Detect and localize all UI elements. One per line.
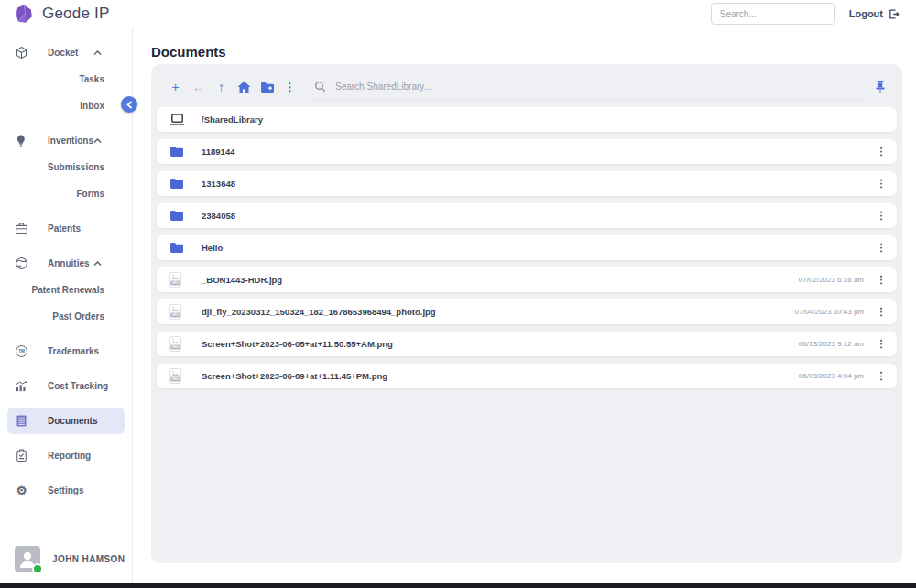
sidebar-item-docket[interactable]: Docket: [0, 39, 132, 66]
sidebar-item-label: Annuities: [48, 258, 90, 268]
file-toolbar: + ← ↑ ⋮: [157, 73, 897, 101]
item-name: Screen+Shot+2023-06-05+at+11.50.55+AM.pn…: [202, 339, 393, 349]
sidebar-item-inbox[interactable]: Inbox: [0, 93, 132, 119]
row-more-button[interactable]: ⋮: [875, 370, 888, 382]
svg-text:TM: TM: [18, 349, 25, 354]
list-item-file[interactable]: JPG _BON1443-HDR.jpg 07/02/2023 6:16 am …: [157, 267, 897, 292]
chevron-up-icon[interactable]: [93, 138, 102, 144]
file-list: /SharedLibrary 1189144 ⋮ 1313648 ⋮: [157, 107, 897, 388]
list-item-file[interactable]: JPG dji_fly_20230312_150324_182_16786539…: [157, 299, 897, 324]
collapse-sidebar-button[interactable]: [121, 96, 137, 113]
row-more-button[interactable]: ⋮: [875, 338, 888, 350]
sidebar-item-label: Patents: [48, 223, 81, 234]
modified-timestamp: 06/09/2023 4:04 pm: [799, 372, 864, 380]
gear-icon: ⚙: [14, 485, 29, 496]
library-search: [314, 74, 862, 101]
back-button[interactable]: ←: [187, 80, 210, 94]
modified-timestamp: 06/13/2023 9:12 am: [799, 340, 864, 348]
logout-icon: [888, 8, 900, 20]
sidebar-item-documents[interactable]: Documents: [7, 408, 125, 434]
list-item-folder[interactable]: Hello ⋮: [157, 235, 897, 260]
list-item-folder[interactable]: 1313648 ⋮: [157, 171, 897, 196]
row-more-button[interactable]: ⋮: [875, 178, 888, 190]
top-bar: Geode IP Logout: [0, 0, 916, 27]
sidebar-item-reporting[interactable]: Reporting: [0, 442, 132, 469]
logout-button[interactable]: Logout: [849, 8, 900, 20]
sidebar-item-settings[interactable]: ⚙ Settings: [0, 477, 132, 504]
file-browser-panel: + ← ↑ ⋮: [151, 64, 902, 563]
up-directory-button[interactable]: ↑: [210, 80, 233, 94]
globe-icon: [14, 256, 29, 270]
documents-icon: [14, 414, 29, 428]
chevron-up-icon[interactable]: [93, 50, 102, 56]
window-bottom-edge: [0, 583, 916, 588]
sidebar-item-tasks[interactable]: Tasks: [0, 66, 132, 93]
sidebar-item-cost-tracking[interactable]: Cost Tracking: [0, 373, 132, 399]
sidebar-item-label: Inventions: [48, 136, 93, 146]
sidebar-item-patent-renewals[interactable]: Patent Renewals: [0, 277, 132, 303]
folder-icon: [169, 146, 188, 158]
row-more-button[interactable]: ⋮: [875, 306, 888, 318]
list-item-file[interactable]: PNG Screen+Shot+2023-06-09+at+1.11.45+PM…: [157, 364, 897, 388]
logout-label: Logout: [849, 8, 883, 19]
row-more-button[interactable]: ⋮: [875, 242, 888, 254]
pin-button[interactable]: [875, 81, 886, 94]
folder-icon: [169, 242, 188, 254]
lightbulb-icon: [14, 134, 29, 147]
chevron-up-icon[interactable]: [93, 261, 102, 267]
sidebar-item-past-orders[interactable]: Past Orders: [0, 303, 132, 330]
sidebar-item-label: Cost Tracking: [48, 381, 108, 391]
geode-logo-icon: [14, 4, 34, 24]
new-folder-icon: [260, 82, 275, 93]
library-search-input[interactable]: [333, 81, 862, 93]
sidebar-item-label: Settings: [48, 485, 83, 495]
new-folder-button[interactable]: [256, 82, 278, 93]
pin-icon: [875, 81, 886, 94]
page-title: Documents: [151, 44, 226, 60]
list-item-shared-library[interactable]: /SharedLibrary: [157, 107, 897, 132]
briefcase-icon: [14, 222, 29, 235]
add-file-button[interactable]: +: [164, 80, 187, 94]
chevron-left-icon: [126, 101, 133, 109]
image-file-icon: JPG: [169, 272, 188, 288]
sidebar: Docket Tasks Inbox Inventions Submission…: [0, 27, 133, 583]
sidebar-item-submissions[interactable]: Submissions: [0, 154, 132, 180]
app-name: Geode IP: [42, 5, 109, 23]
item-name: Screen+Shot+2023-06-09+at+1.11.45+PM.png: [202, 371, 387, 381]
list-item-file[interactable]: PNG Screen+Shot+2023-06-05+at+11.50.55+A…: [157, 332, 897, 356]
sidebar-item-annuities[interactable]: Annuities: [0, 250, 132, 277]
row-more-button[interactable]: ⋮: [875, 274, 888, 286]
item-name: 1313648: [202, 179, 235, 189]
list-item-folder[interactable]: 1189144 ⋮: [157, 139, 897, 164]
global-search-input[interactable]: [711, 3, 835, 25]
svg-text:JPG: JPG: [172, 313, 179, 317]
main-content: Documents + ← ↑ ⋮: [134, 27, 916, 583]
modified-timestamp: 07/04/2023 10:43 pm: [794, 308, 864, 316]
user-profile[interactable]: JOHN HAMSON: [15, 546, 125, 572]
cube-icon: [14, 46, 29, 60]
sidebar-item-forms[interactable]: Forms: [0, 180, 132, 207]
item-name: 1189144: [202, 147, 234, 157]
sidebar-item-inventions[interactable]: Inventions: [0, 127, 132, 154]
image-file-icon: PNG: [169, 336, 188, 352]
svg-text:PNG: PNG: [172, 345, 180, 349]
toolbar-more-button[interactable]: ⋮: [278, 81, 301, 93]
row-more-button[interactable]: ⋮: [875, 210, 888, 222]
sidebar-item-label: Trademarks: [48, 346, 99, 356]
item-name: /SharedLibrary: [202, 114, 263, 125]
list-item-folder[interactable]: 2384058 ⋮: [157, 203, 897, 228]
chart-icon: [14, 379, 29, 393]
sidebar-item-label: Docket: [48, 48, 78, 58]
item-name: 2384058: [202, 211, 235, 221]
modified-timestamp: 07/02/2023 6:16 am: [799, 276, 864, 284]
computer-icon: [169, 114, 188, 126]
folder-icon: [169, 178, 188, 190]
avatar: [15, 546, 40, 572]
sidebar-item-patents[interactable]: Patents: [0, 215, 132, 242]
svg-text:PNG: PNG: [172, 377, 180, 381]
home-icon: [237, 81, 251, 93]
sidebar-item-trademarks[interactable]: TM Trademarks: [0, 338, 132, 365]
online-status-dot: [32, 563, 43, 574]
row-more-button[interactable]: ⋮: [875, 146, 888, 158]
home-button[interactable]: [233, 81, 256, 93]
